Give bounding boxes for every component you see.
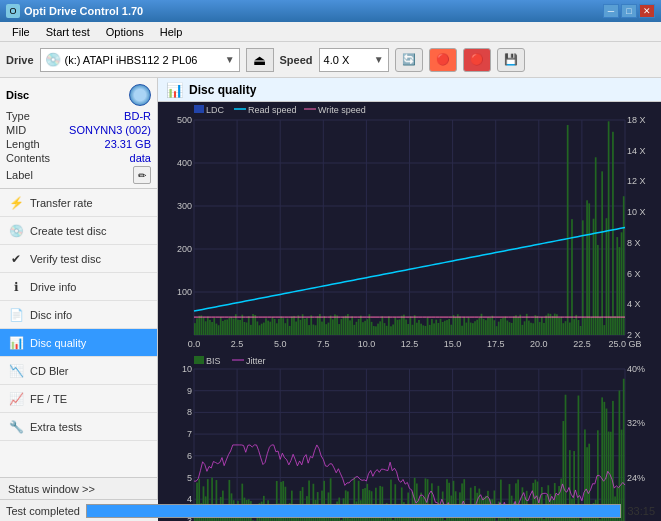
- label-edit-icon[interactable]: ✏: [133, 166, 151, 184]
- contents-value: data: [130, 152, 151, 164]
- main-area: Disc Type BD-R MID SONYNN3 (002) Length …: [0, 78, 661, 499]
- progress-bar-fill: [87, 505, 620, 517]
- sidebar-item-transfer-rate[interactable]: ⚡ Transfer rate: [0, 189, 157, 217]
- speed-selector[interactable]: 4.0 X ▼: [319, 48, 389, 72]
- verify-disc-icon: ✔: [8, 251, 24, 267]
- app-icon: O: [6, 4, 20, 18]
- drive-info-icon: ℹ: [8, 279, 24, 295]
- title-bar: O Opti Drive Control 1.70 ─ □ ✕: [0, 0, 661, 22]
- sidebar-item-disc-info[interactable]: 📄 Disc info: [0, 301, 157, 329]
- sidebar-item-create-test-disc[interactable]: 💿 Create test disc: [0, 217, 157, 245]
- create-disc-icon: 💿: [8, 223, 24, 239]
- drive-selector[interactable]: 💿 (k:) ATAPI iHBS112 2 PL06 ▼: [40, 48, 240, 72]
- menu-help[interactable]: Help: [152, 24, 191, 40]
- charts-area: [158, 102, 661, 521]
- window-controls: ─ □ ✕: [603, 4, 655, 18]
- disc-section-title: Disc: [6, 89, 29, 101]
- menu-options[interactable]: Options: [98, 24, 152, 40]
- content-header: 📊 Disc quality: [158, 78, 661, 102]
- length-label: Length: [6, 138, 40, 150]
- sidebar-nav: ⚡ Transfer rate 💿 Create test disc ✔ Ver…: [0, 189, 157, 477]
- contents-label: Contents: [6, 152, 50, 164]
- disc-image-icon: [129, 84, 151, 106]
- eject-button[interactable]: ⏏: [246, 48, 274, 72]
- info-button[interactable]: 🔴: [463, 48, 491, 72]
- disc-quality-header-icon: 📊: [166, 82, 183, 98]
- status-time: 33:15: [627, 505, 655, 517]
- drive-label: Drive: [6, 54, 34, 66]
- restore-button[interactable]: □: [621, 4, 637, 18]
- status-window-button[interactable]: Status window >>: [0, 477, 157, 499]
- mid-value: SONYNN3 (002): [69, 124, 151, 136]
- sidebar: Disc Type BD-R MID SONYNN3 (002) Length …: [0, 78, 158, 499]
- type-value: BD-R: [124, 110, 151, 122]
- extra-tests-icon: 🔧: [8, 419, 24, 435]
- label-label: Label: [6, 169, 33, 181]
- menu-start-test[interactable]: Start test: [38, 24, 98, 40]
- sidebar-item-fe-te[interactable]: 📈 FE / TE: [0, 385, 157, 413]
- status-text: Test completed: [6, 505, 80, 517]
- minimize-button[interactable]: ─: [603, 4, 619, 18]
- window-title: Opti Drive Control 1.70: [24, 5, 143, 17]
- settings-button[interactable]: 🔴: [429, 48, 457, 72]
- menu-bar: File Start test Options Help: [0, 22, 661, 42]
- mid-label: MID: [6, 124, 26, 136]
- disc-info-panel: Disc Type BD-R MID SONYNN3 (002) Length …: [0, 78, 157, 189]
- disc-info-icon: 📄: [8, 307, 24, 323]
- save-button[interactable]: 💾: [497, 48, 525, 72]
- sidebar-item-extra-tests[interactable]: 🔧 Extra tests: [0, 413, 157, 441]
- menu-file[interactable]: File: [4, 24, 38, 40]
- length-value: 23.31 GB: [105, 138, 151, 150]
- refresh-button[interactable]: 🔄: [395, 48, 423, 72]
- fe-te-icon: 📈: [8, 391, 24, 407]
- cd-bler-icon: 📉: [8, 363, 24, 379]
- sidebar-item-verify-test-disc[interactable]: ✔ Verify test disc: [0, 245, 157, 273]
- progress-bar: [86, 504, 621, 518]
- ldc-chart: [158, 102, 661, 353]
- content-area: 📊 Disc quality LDC BIS ✓: [158, 78, 661, 499]
- bis-chart: [158, 353, 661, 521]
- disc-quality-icon: 📊: [8, 335, 24, 351]
- sidebar-item-cd-bler[interactable]: 📉 CD Bler: [0, 357, 157, 385]
- type-label: Type: [6, 110, 30, 122]
- close-button[interactable]: ✕: [639, 4, 655, 18]
- content-title: Disc quality: [189, 83, 256, 97]
- toolbar: Drive 💿 (k:) ATAPI iHBS112 2 PL06 ▼ ⏏ Sp…: [0, 42, 661, 78]
- transfer-rate-icon: ⚡: [8, 195, 24, 211]
- speed-label: Speed: [280, 54, 313, 66]
- sidebar-item-disc-quality[interactable]: 📊 Disc quality: [0, 329, 157, 357]
- sidebar-item-drive-info[interactable]: ℹ Drive info: [0, 273, 157, 301]
